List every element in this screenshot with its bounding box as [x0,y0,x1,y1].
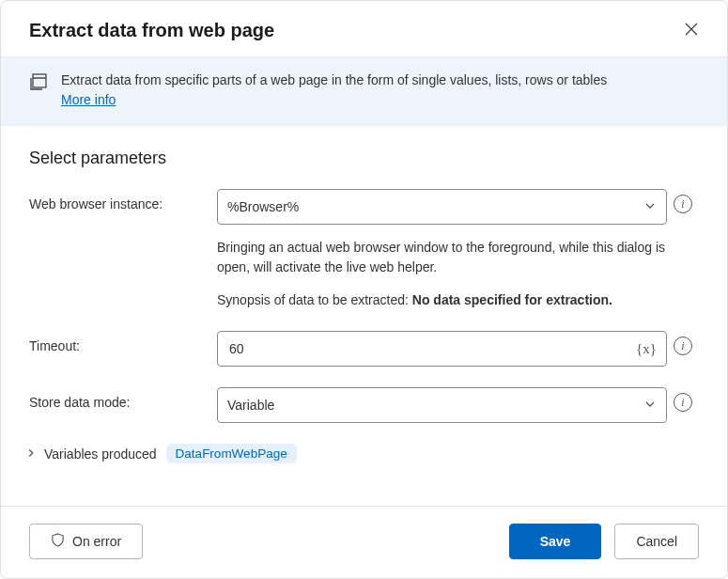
close-icon [684,22,699,37]
on-error-button[interactable]: On error [29,524,143,559]
browser-info-col: i [667,189,699,213]
timeout-label: Timeout: [29,331,217,353]
dialog-extract-web-data: Extract data from web page Extract data … [0,0,728,579]
store-mode-select[interactable]: Variable [217,387,667,423]
timeout-input[interactable] [227,340,636,357]
store-mode-info-col: i [667,387,699,412]
variables-produced-label: Variables produced [44,446,157,462]
dialog-header: Extract data from web page [1,1,727,56]
field-browser-instance: Web browser instance: %Browser% Bringing… [29,189,699,310]
cancel-button[interactable]: Cancel [614,524,699,559]
footer-right: Save Cancel [509,524,699,559]
browser-instance-value: %Browser% [227,199,299,214]
close-button[interactable] [680,18,703,43]
variables-produced-toggle[interactable]: Variables produced [25,446,157,462]
info-icon[interactable]: i [674,195,692,213]
variable-picker-icon[interactable]: {x} [636,341,657,357]
browser-help-text: Bringing an actual web browser window to… [217,238,667,310]
variables-produced-row: Variables produced DataFromWebPage [25,444,699,463]
browser-help-line2: Synopsis of data to be extracted: No dat… [217,290,667,310]
timeout-input-wrapper[interactable]: {x} [217,331,667,367]
browser-instance-control-col: %Browser% Bringing an actual web browser… [217,189,667,310]
web-extract-icon [29,70,48,95]
svg-rect-0 [33,74,46,87]
chevron-down-icon [643,398,657,414]
info-banner: Extract data from specific parts of a we… [1,56,727,126]
timeout-control-col: {x} [217,331,667,367]
chevron-down-icon [643,199,657,215]
variable-chip[interactable]: DataFromWebPage [166,444,297,463]
store-mode-label: Store data mode: [29,387,217,410]
browser-instance-label: Web browser instance: [29,189,217,211]
browser-instance-select[interactable]: %Browser% [217,189,667,225]
browser-help-line1: Bringing an actual web browser window to… [217,238,667,277]
more-info-link[interactable]: More info [61,92,116,107]
synopsis-prefix: Synopsis of data to be extracted: [217,292,412,307]
save-button[interactable]: Save [509,524,602,559]
info-icon[interactable]: i [674,336,692,355]
chevron-right-icon [25,446,37,462]
store-mode-value: Variable [227,398,274,413]
field-store-mode: Store data mode: Variable i [29,387,699,423]
shield-icon [51,533,65,550]
section-title: Select parameters [29,149,699,168]
store-mode-control-col: Variable [217,387,667,423]
dialog-title: Extract data from web page [29,20,274,41]
timeout-info-col: i [667,331,699,355]
on-error-label: On error [72,534,121,549]
info-banner-text: Extract data from specific parts of a we… [61,70,607,110]
synopsis-bold: No data specified for extraction. [412,292,612,307]
footer-left: On error [29,524,143,559]
dialog-body: Select parameters Web browser instance: … [1,126,727,506]
dialog-footer: On error Save Cancel [1,507,727,578]
banner-description: Extract data from specific parts of a we… [61,72,607,87]
field-timeout: Timeout: {x} i [29,331,699,367]
info-icon[interactable]: i [674,393,692,412]
